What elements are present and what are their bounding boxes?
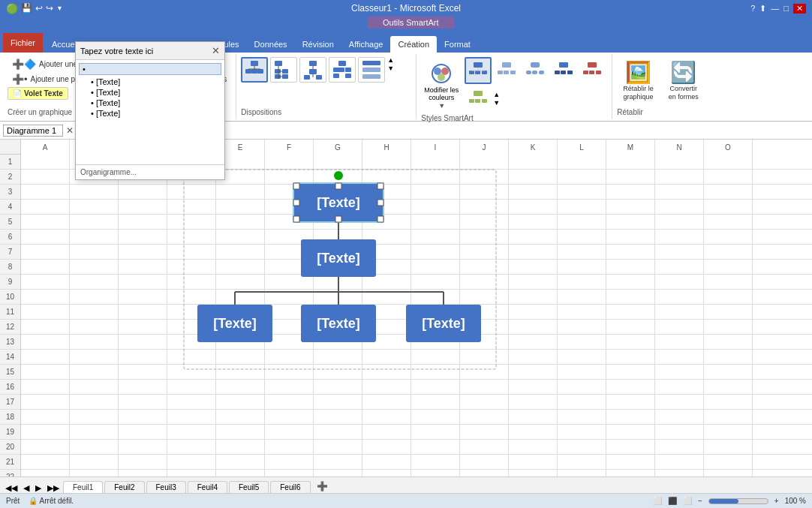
cell-J15[interactable] bbox=[460, 365, 509, 379]
cell-G20[interactable] bbox=[314, 440, 362, 454]
text-pane-footer[interactable]: Organigramme... bbox=[76, 165, 224, 179]
cell-D20[interactable] bbox=[167, 440, 216, 454]
cell-C13[interactable] bbox=[119, 335, 167, 349]
cell-J7[interactable] bbox=[460, 245, 509, 259]
cell-H10[interactable] bbox=[362, 290, 411, 304]
cell-M12[interactable] bbox=[606, 320, 655, 334]
cell-K6[interactable] bbox=[509, 230, 558, 244]
cell-C7[interactable] bbox=[119, 245, 167, 259]
smartart-style-5[interactable] bbox=[579, 57, 606, 84]
smartart-style-4[interactable] bbox=[550, 57, 577, 84]
text-pane-sub-item-3[interactable]: • [Texte] bbox=[79, 98, 221, 108]
cell-E6[interactable] bbox=[216, 230, 265, 244]
close-btn[interactable]: ✕ bbox=[793, 4, 806, 14]
cell-L22[interactable] bbox=[558, 470, 606, 476]
cell-J22[interactable] bbox=[460, 470, 509, 476]
cell-I8[interactable] bbox=[411, 260, 460, 274]
cell-B17[interactable] bbox=[70, 395, 119, 409]
cell-N5[interactable] bbox=[655, 215, 704, 229]
cell-M8[interactable] bbox=[606, 260, 655, 274]
cell-D6[interactable] bbox=[167, 230, 216, 244]
cell-J5[interactable] bbox=[460, 215, 509, 229]
cell-C21[interactable] bbox=[119, 455, 167, 469]
cell-H12[interactable] bbox=[362, 320, 411, 334]
text-pane-close-btn[interactable]: ✕ bbox=[212, 45, 220, 56]
cell-M9[interactable] bbox=[606, 275, 655, 289]
cell-K7[interactable] bbox=[509, 245, 558, 259]
sheet-tab-feuil4[interactable]: Feuil4 bbox=[188, 481, 227, 493]
cell-G21[interactable] bbox=[314, 455, 362, 469]
cell-L3[interactable] bbox=[558, 185, 606, 199]
cell-N2[interactable] bbox=[655, 170, 704, 184]
cell-A7[interactable] bbox=[21, 245, 70, 259]
cell-M2[interactable] bbox=[606, 170, 655, 184]
cell-A4[interactable] bbox=[21, 200, 70, 214]
cell-O15[interactable] bbox=[704, 365, 753, 379]
cell-L1[interactable] bbox=[558, 155, 606, 169]
cell-A11[interactable] bbox=[21, 305, 70, 319]
cell-C15[interactable] bbox=[119, 365, 167, 379]
cell-M7[interactable] bbox=[606, 245, 655, 259]
cell-M22[interactable] bbox=[606, 470, 655, 476]
cell-H9[interactable] bbox=[362, 275, 411, 289]
cell-B7[interactable] bbox=[70, 245, 119, 259]
quick-access-dropdown[interactable]: ▼ bbox=[56, 5, 63, 12]
cell-I14[interactable] bbox=[411, 350, 460, 364]
cell-B11[interactable] bbox=[70, 305, 119, 319]
cell-F9[interactable] bbox=[265, 275, 314, 289]
cell-C19[interactable] bbox=[119, 425, 167, 439]
cell-J4[interactable] bbox=[460, 200, 509, 214]
cell-I9[interactable] bbox=[411, 275, 460, 289]
cell-J21[interactable] bbox=[460, 455, 509, 469]
cell-K17[interactable] bbox=[509, 395, 558, 409]
cell-I16[interactable] bbox=[411, 380, 460, 394]
cell-O17[interactable] bbox=[704, 395, 753, 409]
cell-K18[interactable] bbox=[509, 410, 558, 424]
cell-G4[interactable] bbox=[314, 200, 362, 214]
cell-E11[interactable] bbox=[216, 305, 265, 319]
cell-B13[interactable] bbox=[70, 335, 119, 349]
styles-up[interactable]: ▲ bbox=[493, 92, 500, 98]
cell-I15[interactable] bbox=[411, 365, 460, 379]
cell-I3[interactable] bbox=[411, 185, 460, 199]
cell-K20[interactable] bbox=[509, 440, 558, 454]
cell-E22[interactable] bbox=[216, 470, 265, 476]
cell-H5[interactable] bbox=[362, 215, 411, 229]
cell-L21[interactable] bbox=[558, 455, 606, 469]
cell-K15[interactable] bbox=[509, 365, 558, 379]
cell-L8[interactable] bbox=[558, 260, 606, 274]
text-pane-root-item[interactable]: • bbox=[79, 63, 221, 75]
cell-O7[interactable] bbox=[704, 245, 753, 259]
cell-E9[interactable] bbox=[216, 275, 265, 289]
cell-J1[interactable] bbox=[460, 155, 509, 169]
cell-H16[interactable] bbox=[362, 380, 411, 394]
tab-format[interactable]: Format bbox=[437, 36, 478, 53]
cell-A14[interactable] bbox=[21, 350, 70, 364]
cell-K11[interactable] bbox=[509, 305, 558, 319]
cell-F1[interactable] bbox=[265, 155, 314, 169]
cell-B16[interactable] bbox=[70, 380, 119, 394]
cell-A5[interactable] bbox=[21, 215, 70, 229]
cell-F15[interactable] bbox=[265, 365, 314, 379]
cell-I5[interactable] bbox=[411, 215, 460, 229]
quick-undo[interactable]: ↩ bbox=[35, 3, 43, 14]
cell-F8[interactable] bbox=[265, 260, 314, 274]
cell-A18[interactable] bbox=[21, 410, 70, 424]
cell-O2[interactable] bbox=[704, 170, 753, 184]
text-pane-sub-item-1[interactable]: • [Texte] bbox=[79, 77, 221, 87]
sheet-nav-prev[interactable]: ◀ bbox=[21, 483, 32, 493]
cell-L18[interactable] bbox=[558, 410, 606, 424]
cell-H15[interactable] bbox=[362, 365, 411, 379]
cell-O3[interactable] bbox=[704, 185, 753, 199]
cell-G5[interactable] bbox=[314, 215, 362, 229]
cell-N11[interactable] bbox=[655, 305, 704, 319]
cell-A9[interactable] bbox=[21, 275, 70, 289]
cell-G6[interactable] bbox=[314, 230, 362, 244]
cell-J18[interactable] bbox=[460, 410, 509, 424]
cell-J8[interactable] bbox=[460, 260, 509, 274]
cell-N12[interactable] bbox=[655, 320, 704, 334]
cell-D14[interactable] bbox=[167, 350, 216, 364]
cell-E14[interactable] bbox=[216, 350, 265, 364]
cell-N4[interactable] bbox=[655, 200, 704, 214]
cell-F11[interactable] bbox=[265, 305, 314, 319]
